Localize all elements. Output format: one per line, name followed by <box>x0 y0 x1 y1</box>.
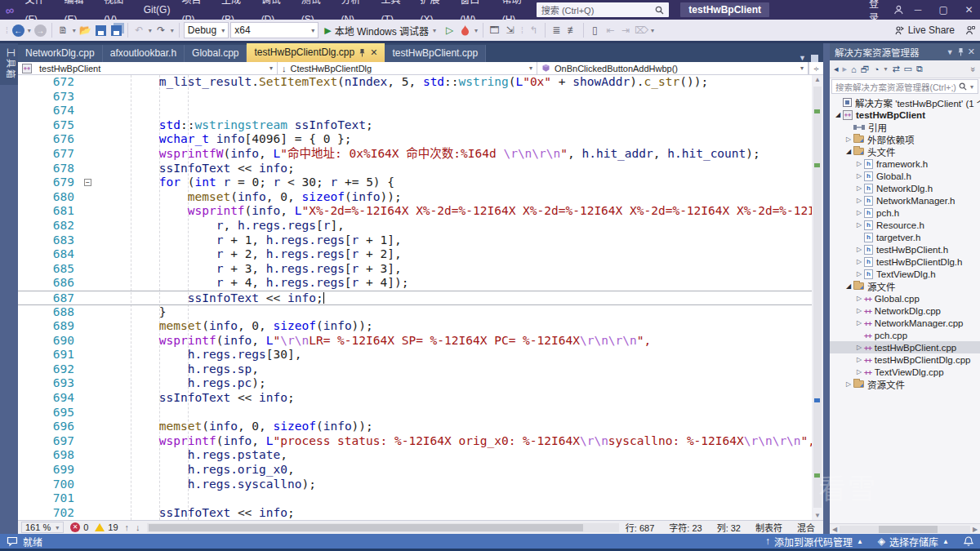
code-line[interactable]: 686 r + 4, h.regs.regs[r + 4]); <box>18 276 812 291</box>
code-line[interactable]: 697 wsprintf(info, L"process status: %-1… <box>18 434 812 449</box>
expander-closed-icon[interactable]: ▷ <box>854 368 864 375</box>
tree-item[interactable]: ▷hTextViewDlg.h <box>830 268 980 280</box>
save-button[interactable] <box>94 22 108 38</box>
minimize-button[interactable]: ─ <box>906 0 929 20</box>
expander-closed-icon[interactable]: ▷ <box>854 172 864 180</box>
document-tab[interactable]: NetworkDlg.cpp <box>18 45 103 62</box>
toolbar-overflow-icon[interactable]: » <box>969 66 978 71</box>
code-line[interactable]: 693 h.regs.pc); <box>18 376 812 391</box>
code-line[interactable]: 699 h.regs.orig_x0, <box>18 463 812 478</box>
code-line[interactable]: 681 wsprintf(info, L"X%-2d=%-12I64X X%-2… <box>18 204 812 219</box>
code-line[interactable]: 680 memset(info, 0, sizeof(info)); <box>18 190 812 205</box>
toolbar-grip[interactable]: ⁞ <box>3 26 10 35</box>
new-file-chevron-icon[interactable]: ▾ <box>72 27 77 34</box>
encoding-indicator[interactable]: 混合 <box>797 521 815 534</box>
next-issue-button[interactable]: ↓ <box>136 522 140 532</box>
expander-closed-icon[interactable]: ▷ <box>844 136 853 143</box>
tree-item[interactable]: 引用 <box>830 121 980 133</box>
tree-item[interactable]: ▷hframework.h <box>830 158 980 170</box>
expander-closed-icon[interactable]: ▷ <box>854 209 864 216</box>
code-line[interactable]: 689 memset(info, 0, sizeof(info)); <box>18 319 812 334</box>
code-line[interactable]: 685 r + 3, h.regs.regs[r + 3], <box>18 262 812 277</box>
tree-item[interactable]: ◢源文件 <box>830 280 980 292</box>
code-line[interactable]: 678 ssInfoText << info; <box>18 162 812 176</box>
collapse-region-icon[interactable]: − <box>84 179 91 186</box>
menu-item[interactable]: Git(G) <box>138 0 176 20</box>
navigate-back-chevron-icon[interactable]: ▾ <box>27 27 32 34</box>
code-line[interactable]: 701 <box>18 491 812 506</box>
solution-horizontal-scrollbar[interactable]: ◀ ▶ <box>830 523 980 534</box>
collapse-all-icon[interactable]: ▭ <box>904 64 912 74</box>
navigate-back-button[interactable]: ← <box>11 22 25 38</box>
code-line[interactable]: 700 h.regs.syscallno); <box>18 478 812 492</box>
bell-icon[interactable] <box>964 536 973 547</box>
line-indicator[interactable]: 行: 687 <box>626 521 654 534</box>
code-line[interactable]: 675 std::wstringstream ssInfoText; <box>18 118 812 133</box>
tree-item[interactable]: ◢头文件 <box>830 145 980 158</box>
scroll-up-icon[interactable]: ▲ <box>812 76 823 83</box>
expander-closed-icon[interactable]: ▷ <box>854 344 864 351</box>
expander-closed-icon[interactable]: ▷ <box>854 356 864 363</box>
code-line[interactable]: 674 <box>18 104 812 118</box>
prev-bookmark-button[interactable]: ⇤ <box>604 22 617 38</box>
scrollbar-thumb[interactable] <box>813 87 822 508</box>
feedback-bubble-icon[interactable] <box>7 536 18 547</box>
solution-platform-dropdown[interactable]: x64▾ <box>230 22 318 38</box>
warning-count[interactable]: 19 <box>95 522 118 532</box>
scroll-left-icon[interactable]: ◀ <box>830 526 840 533</box>
undo-chevron-icon[interactable]: ▾ <box>148 27 153 34</box>
document-tab[interactable]: testHwBpClient.cpp <box>385 45 486 62</box>
code-line[interactable]: 679− for (int r = 0; r < 30; r += 5) { <box>18 176 812 190</box>
expander-closed-icon[interactable]: ▷ <box>854 270 864 278</box>
switch-views-icon[interactable]: 🗗 <box>861 64 870 74</box>
account-icon[interactable] <box>893 4 904 16</box>
document-tab[interactable]: testHwBpClientDlg.cpp✕ <box>247 43 385 62</box>
tree-item[interactable]: ▷++testHwBpClientDlg.cpp <box>830 353 980 366</box>
bookmark-toggle-button[interactable]: ▯ <box>588 22 602 38</box>
scroll-down-icon[interactable]: ▼ <box>812 512 823 519</box>
code-line[interactable]: 696 memset(info, 0, sizeof(info)); <box>18 420 812 434</box>
tree-item[interactable]: ◢++testHwBpClient <box>830 109 980 121</box>
tabs-indicator[interactable]: 制表符 <box>755 521 782 534</box>
code-line[interactable]: 687 ssInfoText << info; <box>18 291 812 305</box>
tree-item[interactable]: ▷hResource.h <box>830 219 980 231</box>
zoom-dropdown[interactable]: 161 %▾ <box>21 522 64 533</box>
window-position-chevron-icon[interactable]: ▼ <box>947 48 954 56</box>
undo-button[interactable]: ↶ <box>132 22 146 38</box>
back-icon[interactable]: ◂ <box>834 64 839 74</box>
tree-item[interactable]: ▷htestHwBpClientDlg.h <box>830 256 980 268</box>
select-repository-button[interactable]: ◈ 选择存储库 ▲ <box>878 535 949 549</box>
class-dropdown[interactable]: ↓ CtestHwBpClientDlg▾ <box>278 62 537 74</box>
code-line[interactable]: 690 wsprintf(info, L"\r\nLR= %-12I64X SP… <box>18 334 812 349</box>
tree-item[interactable]: ++pch.cpp <box>830 329 980 341</box>
close-panel-icon[interactable]: ✕ <box>968 47 975 57</box>
uncomment-button[interactable]: ≢ <box>565 22 579 38</box>
next-bookmark-button[interactable]: ⇥ <box>619 22 633 38</box>
bookmark-chevron-icon[interactable]: ▾ <box>650 27 655 34</box>
expander-closed-icon[interactable]: ▷ <box>854 160 864 167</box>
prev-issue-button[interactable]: ↑ <box>125 522 130 532</box>
comment-button[interactable]: ≣ <box>550 22 564 38</box>
project-dropdown[interactable]: ++ testHwBpClient▾ <box>18 62 278 74</box>
expander-open-icon[interactable]: ◢ <box>844 148 853 155</box>
code-line[interactable]: 684 r + 2, h.regs.regs[r + 2], <box>18 247 812 262</box>
code-line[interactable]: 683 r + 1, h.regs.regs[r + 1], <box>18 233 812 248</box>
close-button[interactable]: ✕ <box>958 0 980 20</box>
split-window-button[interactable]: ÷ <box>808 62 823 74</box>
tree-item[interactable]: ▷++TextViewDlg.cpp <box>830 366 980 378</box>
code-line[interactable]: 695 <box>18 406 812 420</box>
tree-item[interactable]: ▷hNetworkManager.h <box>830 194 980 207</box>
close-tab-icon[interactable]: ✕ <box>370 43 377 62</box>
tree-item[interactable]: ▷hNetworkDlg.h <box>830 182 980 194</box>
code-line[interactable]: 677 wsprintfW(info, L"命中地址: 0x%I64X 命中次数… <box>18 147 812 162</box>
char-indicator[interactable]: 字符: 23 <box>669 521 702 534</box>
document-tab[interactable]: afxoutlookbar.h <box>103 45 185 62</box>
tree-item[interactable]: ▷++NetworkManager.cpp <box>830 317 980 329</box>
feedback-button[interactable] <box>963 22 977 38</box>
redo-button[interactable]: ↷ <box>154 22 168 38</box>
quick-search-box[interactable]: 搜索 (Ctrl+Q) <box>537 2 669 17</box>
pin-icon[interactable] <box>359 49 366 57</box>
tree-item[interactable]: ▷htestHwBpClient.h <box>830 243 980 256</box>
tree-item[interactable]: ▷外部依赖项 <box>830 133 980 145</box>
toolbox-side-tab[interactable]: 工具箱 <box>0 43 18 85</box>
